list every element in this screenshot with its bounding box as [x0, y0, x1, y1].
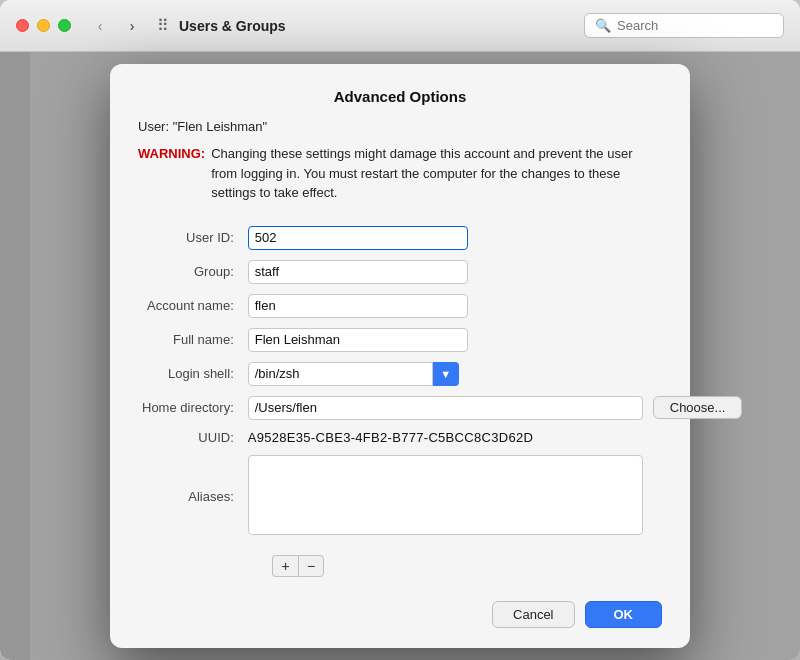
maximize-button[interactable] — [58, 19, 71, 32]
user-label: User: — [138, 119, 169, 134]
full-name-input[interactable] — [248, 328, 468, 352]
home-directory-row: Home directory: Choose... — [138, 391, 746, 425]
advanced-options-dialog: Advanced Options User: "Flen Leishman" W… — [110, 64, 690, 648]
choose-button[interactable]: Choose... — [653, 396, 743, 419]
warning-block: WARNING: Changing these settings might d… — [138, 144, 662, 203]
user-id-cell — [244, 221, 747, 255]
group-row: Group: — [138, 255, 746, 289]
full-name-label: Full name: — [138, 323, 244, 357]
group-input[interactable] — [248, 260, 468, 284]
home-directory-cell: Choose... — [244, 391, 747, 425]
uuid-label: UUID: — [138, 425, 244, 450]
account-name-input[interactable] — [248, 294, 468, 318]
nav-buttons: ‹ › — [87, 15, 145, 37]
login-shell-dropdown-btn[interactable]: ▼ — [433, 362, 459, 386]
warning-label: WARNING: — [138, 144, 205, 203]
window-title: Users & Groups — [179, 18, 286, 34]
search-bar: 🔍 — [584, 13, 784, 38]
form-table: User ID: Group: Account name: — [138, 221, 746, 543]
account-name-cell — [244, 289, 747, 323]
add-alias-button[interactable]: + — [272, 555, 298, 577]
full-name-cell — [244, 323, 747, 357]
login-shell-row: Login shell: /bin/zsh ▼ — [138, 357, 746, 391]
group-label: Group: — [138, 255, 244, 289]
home-directory-label: Home directory: — [138, 391, 244, 425]
ok-button[interactable]: OK — [585, 601, 663, 628]
cancel-button[interactable]: Cancel — [492, 601, 574, 628]
user-id-label: User ID: — [138, 221, 244, 255]
traffic-lights — [16, 19, 71, 32]
main-window: ‹ › ⠿ Users & Groups 🔍 Advanced Options … — [0, 0, 800, 660]
login-shell-select[interactable]: /bin/zsh — [248, 362, 433, 386]
group-cell — [244, 255, 747, 289]
home-directory-input[interactable] — [248, 396, 643, 420]
user-name: "Flen Leishman" — [173, 119, 268, 134]
chevron-down-icon: ▼ — [440, 368, 451, 380]
aliases-row: Aliases: — [138, 450, 746, 543]
titlebar: ‹ › ⠿ Users & Groups 🔍 — [0, 0, 800, 52]
aliases-cell — [244, 450, 747, 543]
uuid-row: UUID: A9528E35-CBE3-4FB2-B777-C5BCC8C3D6… — [138, 425, 746, 450]
modal-footer: Cancel OK — [138, 593, 662, 628]
account-name-label: Account name: — [138, 289, 244, 323]
warning-text: Changing these settings might damage thi… — [211, 144, 662, 203]
login-shell-cell: /bin/zsh ▼ — [244, 357, 747, 391]
home-dir-row: Choose... — [248, 396, 743, 420]
add-remove-buttons: + − — [272, 555, 662, 577]
close-button[interactable] — [16, 19, 29, 32]
aliases-textarea[interactable] — [248, 455, 643, 535]
dialog-title: Advanced Options — [138, 88, 662, 105]
login-shell-label: Login shell: — [138, 357, 244, 391]
main-content: Advanced Options User: "Flen Leishman" W… — [0, 52, 800, 660]
search-icon: 🔍 — [595, 18, 611, 33]
full-name-row: Full name: — [138, 323, 746, 357]
uuid-cell: A9528E35-CBE3-4FB2-B777-C5BCC8C3D62D — [244, 425, 747, 450]
aliases-label: Aliases: — [138, 450, 244, 543]
remove-alias-button[interactable]: − — [298, 555, 324, 577]
back-button[interactable]: ‹ — [87, 15, 113, 37]
login-shell-wrapper: /bin/zsh ▼ — [248, 362, 743, 386]
uuid-value: A9528E35-CBE3-4FB2-B777-C5BCC8C3D62D — [248, 430, 533, 445]
modal-overlay: Advanced Options User: "Flen Leishman" W… — [0, 52, 800, 660]
forward-button[interactable]: › — [119, 15, 145, 37]
minimize-button[interactable] — [37, 19, 50, 32]
search-input[interactable] — [617, 18, 773, 33]
user-line: User: "Flen Leishman" — [138, 119, 662, 134]
user-id-input[interactable] — [248, 226, 468, 250]
user-id-row: User ID: — [138, 221, 746, 255]
account-name-row: Account name: — [138, 289, 746, 323]
grid-icon[interactable]: ⠿ — [157, 16, 169, 35]
